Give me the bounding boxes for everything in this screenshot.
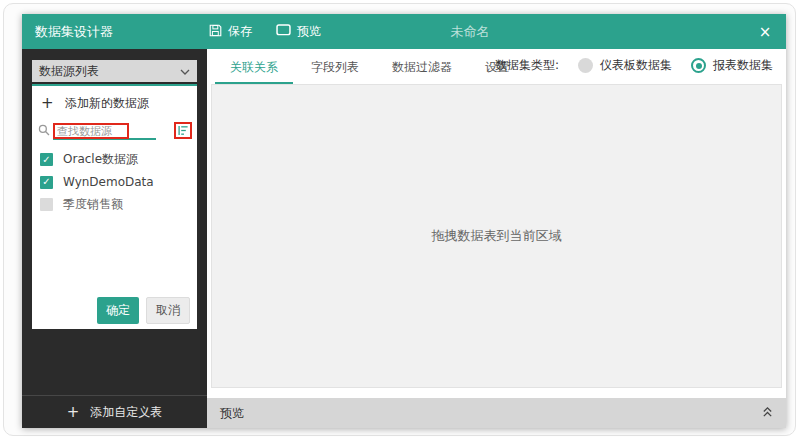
source-list-dropdown[interactable]: 数据源列表 [32,60,197,82]
tab-bar: 关联关系 字段列表 数据过滤器 设置 数据集类型: 仪表板数据集 报表数据集 [207,49,786,84]
plus-icon: + [67,403,80,421]
data-source-list: ✓ Oracle数据源 ✓ WynDemoData ✓ 季度销售额 [32,148,197,217]
save-icon [209,24,222,40]
window-body: 数据源列表 + 添加新的数据源 [22,49,786,428]
preview-bar[interactable]: 预览 [207,398,786,428]
data-source-name: 季度销售额 [63,196,123,213]
cancel-button[interactable]: 取消 [146,297,190,324]
search-input[interactable] [53,123,129,139]
add-data-source-label: 添加新的数据源 [65,95,149,112]
checkbox[interactable]: ✓ [40,176,53,189]
data-source-name: WynDemoData [63,175,154,189]
header-bar: 数据集设计器 保存 预览 未命名 × [22,14,786,49]
add-custom-table-label: 添加自定义表 [90,404,162,421]
sort-tree-icon [178,121,189,140]
tab-data-filter[interactable]: 数据过滤器 [377,49,467,84]
toolbar: 保存 预览 [209,23,321,40]
dataset-designer-window: 数据集设计器 保存 预览 未命名 × 数据源列表 [22,14,786,428]
canvas-drop-hint: 拖拽数据表到当前区域 [432,227,562,245]
collapse-button[interactable] [762,406,773,421]
radio-dashboard-dataset-label[interactable]: 仪表板数据集 [600,57,672,74]
app-title: 数据集设计器 [22,23,209,41]
preview-button[interactable]: 预览 [276,23,321,40]
add-data-source-button[interactable]: + 添加新的数据源 [32,86,197,117]
close-icon: × [759,23,772,41]
sort-tree-button[interactable] [174,122,192,139]
radio-dashboard-dataset[interactable] [578,58,593,73]
source-list-dropdown-value: 数据源列表 [39,63,99,80]
save-button[interactable]: 保存 [209,23,252,40]
data-source-panel: + 添加新的数据源 ✓ [32,84,197,329]
checkbox[interactable]: ✓ [40,153,53,166]
search-icon [38,121,50,140]
list-item-oracle[interactable]: ✓ Oracle数据源 [32,148,197,172]
preview-label: 预览 [297,23,321,40]
ok-button[interactable]: 确定 [97,297,139,324]
radio-report-dataset[interactable] [691,58,706,73]
checkbox[interactable]: ✓ [40,198,53,211]
panel-buttons: 确定 取消 [97,297,190,324]
save-label: 保存 [228,23,252,40]
dataset-type-group: 数据集类型: 仪表板数据集 报表数据集 [495,49,773,82]
radio-report-dataset-label[interactable]: 报表数据集 [713,57,773,74]
dataset-type-label: 数据集类型: [495,57,559,74]
add-custom-table-button[interactable]: + 添加自定义表 [22,395,207,428]
preview-bar-label: 预览 [220,405,244,422]
check-icon: ✓ [42,155,50,165]
plus-icon: + [41,94,65,112]
tab-field-list[interactable]: 字段列表 [296,49,374,84]
data-source-name: Oracle数据源 [63,151,138,168]
monitor-icon [276,24,291,39]
search-underline [53,120,156,140]
design-canvas[interactable]: 拖拽数据表到当前区域 [211,84,782,388]
page-frame: 数据集设计器 保存 预览 未命名 × 数据源列表 [3,3,796,436]
main-area: 关联关系 字段列表 数据过滤器 设置 数据集类型: 仪表板数据集 报表数据集 拖… [207,49,786,428]
close-button[interactable]: × [744,14,786,49]
list-item-wyndemodata[interactable]: ✓ WynDemoData [32,172,197,193]
tab-relations[interactable]: 关联关系 [215,49,293,84]
search-row [32,119,197,141]
check-icon: ✓ [42,177,50,187]
list-item-quarterly-sales[interactable]: ✓ 季度销售额 [32,193,197,217]
chevron-down-icon [180,64,190,78]
double-chevron-up-icon [762,406,773,421]
sidebar: 数据源列表 + 添加新的数据源 [22,49,207,428]
